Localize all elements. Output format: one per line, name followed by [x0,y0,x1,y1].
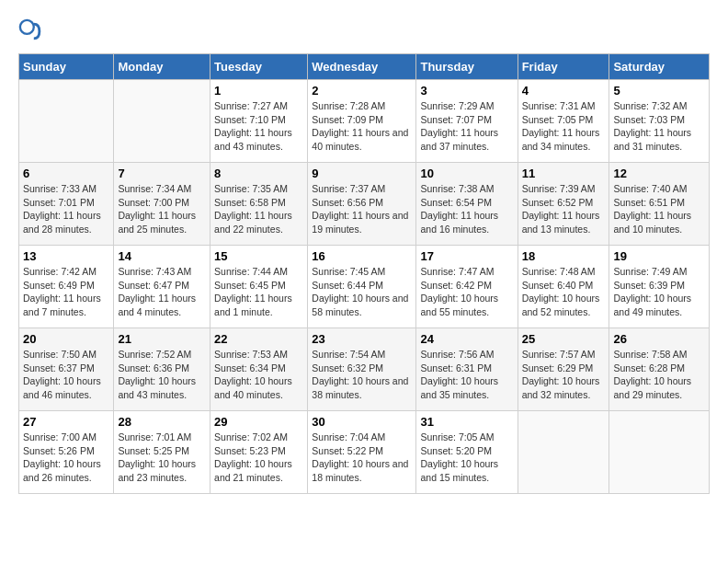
day-number: 4 [522,84,606,98]
calendar-cell: 19Sunrise: 7:49 AM Sunset: 6:39 PM Dayli… [609,246,710,328]
day-number: 24 [420,332,513,346]
cell-content: Sunrise: 7:47 AM Sunset: 6:42 PM Dayligh… [420,265,513,319]
calendar-cell: 25Sunrise: 7:57 AM Sunset: 6:29 PM Dayli… [518,328,609,411]
day-number: 5 [613,84,705,98]
calendar-cell: 4Sunrise: 7:31 AM Sunset: 7:05 PM Daylig… [518,80,609,163]
calendar-week-row: 13Sunrise: 7:42 AM Sunset: 6:49 PM Dayli… [19,246,710,328]
calendar-cell: 8Sunrise: 7:35 AM Sunset: 6:58 PM Daylig… [210,163,308,246]
column-header-thursday: Thursday [416,54,518,80]
column-header-wednesday: Wednesday [308,54,416,80]
day-number: 11 [522,167,606,180]
cell-content: Sunrise: 7:48 AM Sunset: 6:40 PM Dayligh… [522,265,606,319]
calendar-cell: 27Sunrise: 7:00 AM Sunset: 5:26 PM Dayli… [19,411,114,494]
calendar-cell: 6Sunrise: 7:33 AM Sunset: 7:01 PM Daylig… [19,163,114,246]
calendar-week-row: 1Sunrise: 7:27 AM Sunset: 7:10 PM Daylig… [19,80,710,163]
day-number: 29 [214,415,303,429]
day-number: 30 [312,415,412,429]
calendar-cell: 10Sunrise: 7:38 AM Sunset: 6:54 PM Dayli… [416,163,518,246]
calendar-cell: 28Sunrise: 7:01 AM Sunset: 5:25 PM Dayli… [114,411,210,494]
day-number: 13 [23,249,109,263]
cell-content: Sunrise: 7:38 AM Sunset: 6:54 PM Dayligh… [420,182,513,236]
day-number: 9 [312,167,412,180]
cell-content: Sunrise: 7:33 AM Sunset: 7:01 PM Dayligh… [23,182,109,236]
day-number: 2 [312,84,412,98]
day-number: 14 [118,249,206,263]
calendar-week-row: 20Sunrise: 7:50 AM Sunset: 6:37 PM Dayli… [19,328,710,411]
calendar-cell: 2Sunrise: 7:28 AM Sunset: 7:09 PM Daylig… [308,80,416,163]
calendar-cell: 14Sunrise: 7:43 AM Sunset: 6:47 PM Dayli… [114,246,210,328]
calendar-cell: 22Sunrise: 7:53 AM Sunset: 6:34 PM Dayli… [210,328,308,411]
cell-content: Sunrise: 7:05 AM Sunset: 5:20 PM Dayligh… [420,431,513,485]
day-number: 19 [613,249,705,263]
cell-content: Sunrise: 7:49 AM Sunset: 6:39 PM Dayligh… [613,265,705,319]
calendar-cell: 13Sunrise: 7:42 AM Sunset: 6:49 PM Dayli… [19,246,114,328]
logo [18,18,48,44]
cell-content: Sunrise: 7:40 AM Sunset: 6:51 PM Dayligh… [613,182,705,236]
cell-content: Sunrise: 7:42 AM Sunset: 6:49 PM Dayligh… [23,265,109,319]
calendar-table: SundayMondayTuesdayWednesdayThursdayFrid… [18,53,710,494]
calendar-cell: 15Sunrise: 7:44 AM Sunset: 6:45 PM Dayli… [210,246,308,328]
calendar-cell: 23Sunrise: 7:54 AM Sunset: 6:32 PM Dayli… [308,328,416,411]
calendar-cell: 30Sunrise: 7:04 AM Sunset: 5:22 PM Dayli… [308,411,416,494]
day-number: 7 [118,167,206,180]
column-header-friday: Friday [518,54,609,80]
calendar-cell: 7Sunrise: 7:34 AM Sunset: 7:00 PM Daylig… [114,163,210,246]
cell-content: Sunrise: 7:53 AM Sunset: 6:34 PM Dayligh… [214,348,303,402]
calendar-cell: 31Sunrise: 7:05 AM Sunset: 5:20 PM Dayli… [416,411,518,494]
cell-content: Sunrise: 7:34 AM Sunset: 7:00 PM Dayligh… [118,182,206,236]
day-number: 25 [522,332,606,346]
day-number: 3 [420,84,513,98]
cell-content: Sunrise: 7:57 AM Sunset: 6:29 PM Dayligh… [522,348,606,402]
cell-content: Sunrise: 7:29 AM Sunset: 7:07 PM Dayligh… [420,99,513,154]
day-number: 22 [214,332,303,346]
svg-point-0 [20,20,34,34]
day-number: 15 [214,249,303,263]
calendar-cell: 16Sunrise: 7:45 AM Sunset: 6:44 PM Dayli… [308,246,416,328]
column-header-monday: Monday [114,54,210,80]
calendar-cell: 5Sunrise: 7:32 AM Sunset: 7:03 PM Daylig… [609,80,710,163]
calendar-cell: 24Sunrise: 7:56 AM Sunset: 6:31 PM Dayli… [416,328,518,411]
cell-content: Sunrise: 7:52 AM Sunset: 6:36 PM Dayligh… [118,348,206,402]
cell-content: Sunrise: 7:01 AM Sunset: 5:25 PM Dayligh… [118,431,206,485]
cell-content: Sunrise: 7:28 AM Sunset: 7:09 PM Dayligh… [312,99,412,154]
calendar-cell: 12Sunrise: 7:40 AM Sunset: 6:51 PM Dayli… [609,163,710,246]
day-number: 26 [613,332,705,346]
calendar-cell: 20Sunrise: 7:50 AM Sunset: 6:37 PM Dayli… [19,328,114,411]
cell-content: Sunrise: 7:35 AM Sunset: 6:58 PM Dayligh… [214,182,303,236]
cell-content: Sunrise: 7:02 AM Sunset: 5:23 PM Dayligh… [214,431,303,485]
calendar-week-row: 6Sunrise: 7:33 AM Sunset: 7:01 PM Daylig… [19,163,710,246]
logo-icon [18,18,44,44]
page-header [18,18,710,44]
day-number: 28 [118,415,206,429]
calendar-cell: 1Sunrise: 7:27 AM Sunset: 7:10 PM Daylig… [210,80,308,163]
column-header-sunday: Sunday [19,54,114,80]
cell-content: Sunrise: 7:45 AM Sunset: 6:44 PM Dayligh… [312,265,412,319]
calendar-cell [19,80,114,163]
calendar-cell: 17Sunrise: 7:47 AM Sunset: 6:42 PM Dayli… [416,246,518,328]
cell-content: Sunrise: 7:54 AM Sunset: 6:32 PM Dayligh… [312,348,412,402]
day-number: 21 [118,332,206,346]
cell-content: Sunrise: 7:27 AM Sunset: 7:10 PM Dayligh… [214,99,303,154]
calendar-cell [114,80,210,163]
column-header-saturday: Saturday [609,54,710,80]
calendar-cell: 3Sunrise: 7:29 AM Sunset: 7:07 PM Daylig… [416,80,518,163]
cell-content: Sunrise: 7:50 AM Sunset: 6:37 PM Dayligh… [23,348,109,402]
day-number: 1 [214,84,303,98]
cell-content: Sunrise: 7:04 AM Sunset: 5:22 PM Dayligh… [312,431,412,485]
cell-content: Sunrise: 7:44 AM Sunset: 6:45 PM Dayligh… [214,265,303,319]
day-number: 6 [23,167,109,180]
day-number: 23 [312,332,412,346]
calendar-cell [609,411,710,494]
cell-content: Sunrise: 7:56 AM Sunset: 6:31 PM Dayligh… [420,348,513,402]
day-number: 12 [613,167,705,180]
calendar-header-row: SundayMondayTuesdayWednesdayThursdayFrid… [19,54,710,80]
day-number: 17 [420,249,513,263]
day-number: 18 [522,249,606,263]
cell-content: Sunrise: 7:31 AM Sunset: 7:05 PM Dayligh… [522,99,606,154]
cell-content: Sunrise: 7:32 AM Sunset: 7:03 PM Dayligh… [613,99,705,154]
calendar-cell: 29Sunrise: 7:02 AM Sunset: 5:23 PM Dayli… [210,411,308,494]
day-number: 27 [23,415,109,429]
day-number: 8 [214,167,303,180]
calendar-cell [518,411,609,494]
cell-content: Sunrise: 7:37 AM Sunset: 6:56 PM Dayligh… [312,182,412,236]
